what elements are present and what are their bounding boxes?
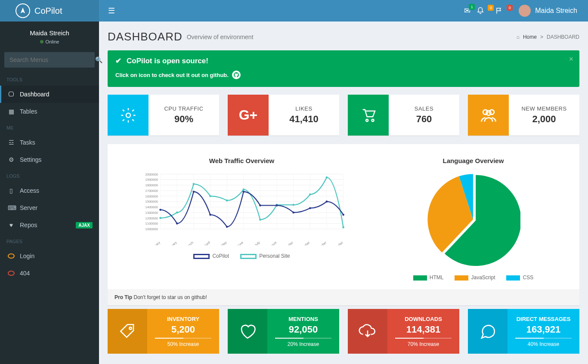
- sidebar-item-access[interactable]: ▯ Access: [0, 182, 99, 199]
- tile-value: 2,000: [532, 114, 556, 125]
- svg-text:May: May: [220, 241, 228, 245]
- mail-badge: 1: [469, 4, 475, 10]
- compass-icon: [15, 3, 30, 18]
- cart-icon: [348, 95, 389, 136]
- gear-icon: ⚙: [8, 156, 15, 163]
- svg-text:October: October: [299, 241, 311, 245]
- alert-title: CoPilot is open source!: [127, 57, 208, 65]
- svg-point-54: [192, 183, 195, 185]
- tag-icon: [108, 309, 147, 354]
- tile-label: SALES: [415, 105, 433, 112]
- sidebar-item-label: Repos: [20, 222, 37, 228]
- book-icon: ▯: [8, 187, 15, 194]
- svg-point-76: [129, 327, 131, 329]
- sidebar-item-login[interactable]: Login: [0, 247, 99, 265]
- svg-point-67: [209, 214, 211, 216]
- svg-point-58: [259, 219, 261, 221]
- alert-body: Click on icon to check out it out on git…: [115, 72, 229, 78]
- section-pages: PAGES: [0, 234, 99, 247]
- tile-cpu: CPU TRAFFIC 90%: [108, 95, 219, 136]
- alert: × ✔ CoPilot is open source! Click on ico…: [108, 50, 579, 87]
- sidebar-item-tables[interactable]: ▦ Tables: [0, 103, 99, 120]
- statbox-mentions: MENTIONS 92,050 20% Increase: [228, 309, 339, 354]
- section-tools: TOOLS: [0, 72, 99, 86]
- sidebar-item-settings[interactable]: ⚙ Settings: [0, 151, 99, 168]
- svg-text:1400000: 1400000: [145, 205, 158, 209]
- menu-toggle[interactable]: ☰: [108, 6, 115, 15]
- svg-text:August: August: [267, 240, 278, 245]
- breadcrumb: ⌂ Home > DASHBOARD: [517, 34, 579, 40]
- sidebar-search[interactable]: 🔍: [4, 52, 95, 68]
- statbox-foot: 50% Increase: [147, 341, 219, 347]
- bell-icon[interactable]: 0: [477, 7, 495, 15]
- logo[interactable]: CoPilot: [0, 0, 99, 22]
- mail-icon[interactable]: ✉ 1: [458, 6, 477, 15]
- svg-point-69: [242, 191, 244, 193]
- tile-label: CPU TRAFFIC: [164, 105, 203, 112]
- svg-point-72: [292, 212, 294, 214]
- github-icon[interactable]: [232, 71, 241, 79]
- tile-label: NEW MEMBERS: [521, 105, 566, 112]
- svg-point-2: [371, 119, 374, 121]
- tile-value: 90%: [174, 114, 193, 125]
- tile-value: 760: [416, 114, 432, 125]
- list-icon: ☲: [8, 139, 15, 146]
- flag-icon[interactable]: 0: [495, 7, 514, 15]
- table-icon: ▦: [8, 108, 15, 115]
- tile-sales: SALES 760: [348, 95, 459, 136]
- gear-icon: [108, 95, 149, 136]
- home-icon: ⌂: [517, 34, 520, 40]
- flag-badge: 0: [507, 5, 513, 11]
- bell-badge: 0: [488, 5, 494, 11]
- search-input[interactable]: [4, 52, 90, 68]
- pie-legend: HTMLJavaScriptCSS: [380, 275, 566, 281]
- sidebar-item-repos[interactable]: ♥ Repos AJAX: [0, 216, 99, 234]
- cloud-download-icon: [348, 309, 387, 354]
- svg-point-74: [326, 201, 328, 203]
- svg-point-71: [276, 204, 278, 207]
- statbox-label: MENTIONS: [267, 316, 339, 322]
- monitor-icon: 🖵: [8, 91, 15, 98]
- sidebar-item-label: Tables: [20, 108, 37, 115]
- circle-yellow-icon: [8, 253, 15, 259]
- svg-text:December: December: [330, 241, 344, 245]
- svg-text:1000000: 1000000: [145, 227, 158, 231]
- svg-text:July: July: [254, 241, 261, 245]
- svg-point-52: [159, 217, 161, 219]
- page-subtitle: Overview of environment: [187, 34, 254, 40]
- avatar: [519, 5, 531, 17]
- line-chart-title: Web Traffic Overview: [121, 157, 363, 164]
- pie-chart: [426, 172, 520, 267]
- alert-close[interactable]: ×: [569, 55, 573, 64]
- statbox-value: 114,381: [387, 324, 459, 335]
- svg-text:January: January: [150, 241, 161, 245]
- heart-outline-icon: [228, 309, 267, 354]
- users-icon: [468, 95, 509, 136]
- sidebar-item-tasks[interactable]: ☲ Tasks: [0, 134, 99, 151]
- statbox-value: 5,200: [147, 324, 219, 335]
- sidebar-item-dashboard[interactable]: 🖵 Dashboard: [0, 86, 99, 103]
- statbox-foot: 70% Increase: [387, 341, 459, 347]
- statbox-label: INVENTORY: [147, 316, 219, 322]
- tile-likes: G+ LIKES 41,410: [228, 95, 339, 136]
- svg-text:1200000: 1200000: [145, 216, 158, 220]
- breadcrumb-home[interactable]: Home: [523, 34, 537, 40]
- sidebar-item-404[interactable]: 404: [0, 265, 99, 282]
- heart-icon: ♥: [8, 222, 15, 228]
- svg-text:1500000: 1500000: [145, 200, 158, 204]
- svg-point-68: [226, 226, 228, 228]
- svg-point-57: [242, 188, 244, 191]
- user-menu[interactable]: Maida Streich: [514, 5, 582, 17]
- sidebar-item-label: Tasks: [20, 139, 35, 146]
- svg-point-64: [159, 209, 161, 211]
- svg-point-75: [342, 214, 344, 216]
- svg-point-62: [326, 176, 328, 179]
- check-icon: ✔: [115, 56, 121, 65]
- sidebar: Maida Streich Online 🔍 TOOLS 🖵 Dashboard…: [0, 22, 99, 364]
- svg-text:1800000: 1800000: [145, 183, 158, 187]
- svg-point-70: [259, 204, 261, 207]
- tile-label: LIKES: [295, 105, 312, 112]
- sidebar-item-server[interactable]: ⌨ Server: [0, 199, 99, 216]
- line-legend: CoPilotPersonal Site: [121, 253, 363, 259]
- chat-icon: [468, 309, 508, 354]
